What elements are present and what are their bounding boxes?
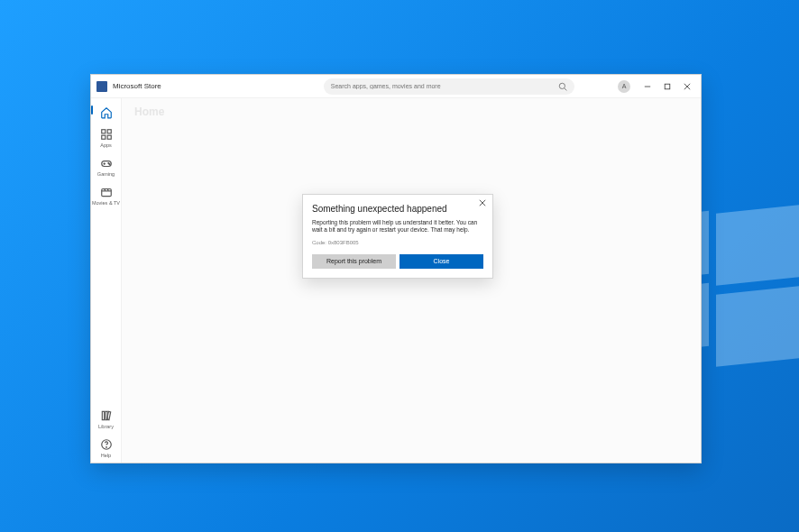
page-title: Home [134,105,164,118]
window-controls [638,78,697,95]
svg-point-14 [109,164,110,165]
dialog-close-action-button[interactable]: Close [400,254,483,269]
app-icon [96,81,107,92]
dialog-close-button[interactable] [476,197,489,209]
close-icon [479,199,486,206]
dialog-buttons: Report this problem Close [312,254,483,269]
svg-rect-16 [102,411,104,419]
titlebar: Microsoft Store A [91,75,701,98]
svg-rect-8 [101,135,105,139]
search-box[interactable] [324,78,574,95]
error-dialog: Something unexpected happened Reporting … [302,194,493,279]
search-input[interactable] [331,83,558,89]
sidebar-item-label: Gaming [97,171,115,177]
search-icon [558,82,567,91]
sidebar-item-gaming[interactable]: Gaming [91,152,121,181]
app-title: Microsoft Store [113,82,161,90]
dialog-body: Reporting this problem will help us unde… [312,219,483,234]
user-avatar[interactable]: A [618,80,630,93]
svg-point-13 [107,163,108,164]
apps-icon [100,128,113,141]
dialog-error-code: Code: 0x803FB005 [312,240,483,245]
sidebar-item-label: Apps [100,142,112,148]
gaming-icon [100,157,113,170]
home-icon [100,106,113,119]
sidebar-item-label: Help [101,453,111,458]
svg-rect-15 [101,189,111,197]
library-icon [100,409,113,422]
help-icon [100,438,113,451]
svg-point-19 [106,447,106,448]
avatar-initial: A [622,83,627,89]
maximize-button[interactable] [657,78,677,95]
sidebar: Apps Gaming Movies & TV Library Help [91,98,122,463]
sidebar-item-home[interactable] [91,102,121,124]
svg-point-0 [559,83,565,88]
sidebar-item-movies-tv[interactable]: Movies & TV [91,181,121,210]
content-area: Home [122,98,701,463]
sidebar-item-apps[interactable]: Apps [91,124,121,152]
svg-rect-7 [107,130,111,133]
close-window-button[interactable] [677,78,697,95]
report-problem-button[interactable]: Report this problem [312,254,396,269]
microsoft-store-window: Microsoft Store A [90,74,702,463]
svg-line-1 [565,87,567,90]
movies-icon [100,186,113,198]
svg-rect-6 [101,130,105,133]
svg-rect-9 [107,135,111,139]
sidebar-item-library[interactable]: Library [91,405,121,434]
dialog-title: Something unexpected happened [312,204,483,214]
sidebar-item-label: Movies & TV [92,200,120,206]
sidebar-item-label: Library [98,424,114,429]
sidebar-item-help[interactable]: Help [91,434,121,463]
minimize-button[interactable] [638,78,657,95]
svg-rect-3 [665,84,670,89]
